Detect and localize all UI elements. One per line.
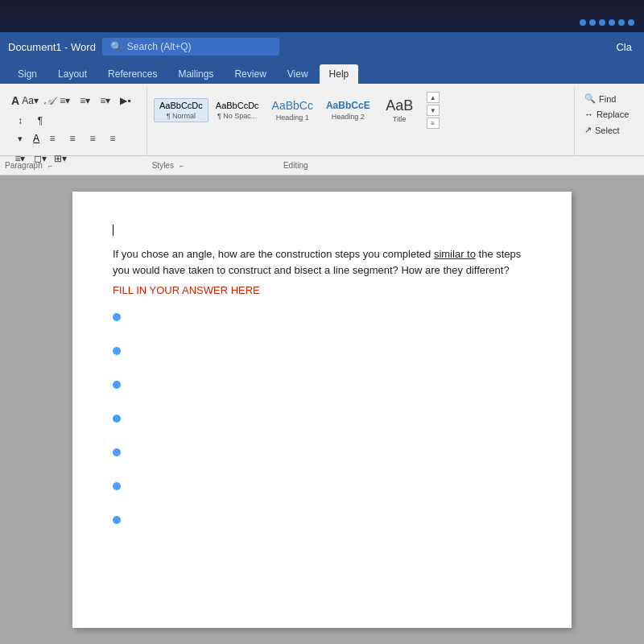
bullet-dot-6 <box>113 482 121 490</box>
font-script: 𝒜 <box>44 94 54 108</box>
bullet-2 <box>113 346 531 357</box>
replace-label: Replace <box>597 109 629 119</box>
ribbon-tabs: Sign Layout References Mailings Review V… <box>0 61 644 84</box>
document-title: Document1 - Word <box>8 41 96 53</box>
text-cursor <box>113 225 114 236</box>
style-normal-label: ¶ Normal <box>167 112 196 120</box>
tab-mailings[interactable]: Mailings <box>168 64 223 84</box>
style-normal-preview: AaBbCcDc <box>159 101 203 111</box>
style-heading2[interactable]: AaBbCcE Heading 2 <box>320 97 376 122</box>
circle-dot <box>609 19 615 26</box>
bullet-dot-4 <box>113 415 121 423</box>
style-nospace-preview: AaBbCcDc <box>216 101 259 111</box>
border-btn[interactable]: ⊞▾ <box>52 150 69 167</box>
tab-help[interactable]: Help <box>320 64 359 84</box>
ribbon: A Aa▾ 𝒜 ≡▾ ≡▾ ≡▾ ▶▪ ↕ ¶ ▾ A ≡ ≡ ≡ ≡ ≡▾ ◻… <box>0 84 644 156</box>
search-input[interactable] <box>127 41 256 52</box>
styles-scroll: ▲ ▼ ≡ <box>427 92 440 129</box>
shading-btn[interactable]: ◻▾ <box>31 150 49 167</box>
style-title-preview: AaB <box>386 97 413 115</box>
question-paragraph: If you chose an angle, how are the const… <box>113 246 531 278</box>
style-h2-label: Heading 2 <box>332 113 365 121</box>
style-title-label: Title <box>393 115 407 123</box>
list-outdent-btn[interactable]: ≡▾ <box>76 92 94 109</box>
bullet-points <box>113 312 531 526</box>
select-label: Select <box>595 126 620 135</box>
style-heading1[interactable]: AaBbCc Heading 1 <box>266 97 319 124</box>
bullet-1 <box>113 312 531 324</box>
circle-dot <box>580 19 586 26</box>
align-left-btn[interactable]: ≡ <box>43 130 61 147</box>
title-bar: Document1 - Word 🔍 Cla <box>0 32 644 61</box>
font-row2: ▾ A ≡ ≡ ≡ ≡ ≡▾ ◻▾ ⊞▾ <box>11 130 140 167</box>
editing-section: 🔍 Find ↔ Replace ↗ Select <box>575 87 639 155</box>
decorative-circles <box>578 0 644 32</box>
top-decorative-bar <box>0 0 644 32</box>
list-bullet-btn[interactable]: ≡▾ <box>97 92 114 109</box>
document-area: If you chose an angle, how are the const… <box>0 175 644 644</box>
replace-button[interactable]: ↔ Replace <box>581 108 632 121</box>
cursor-line <box>113 224 531 237</box>
list-indent-btn[interactable]: ≡▾ <box>56 92 74 109</box>
circle-dot <box>589 19 596 26</box>
find-label: Find <box>599 94 616 104</box>
style-h2-preview: AaBbCcE <box>326 100 370 111</box>
tab-sign[interactable]: Sign <box>8 64 47 84</box>
document-page[interactable]: If you chose an angle, how are the const… <box>72 192 572 628</box>
bullet-3 <box>113 380 531 391</box>
editing-section-label: Editing <box>283 161 308 170</box>
tab-layout[interactable]: Layout <box>48 64 97 84</box>
styles-section: AaBbCcDc ¶ Normal AaBbCcDc ¶ No Spac... … <box>147 87 575 155</box>
search-box[interactable]: 🔍 <box>102 38 279 56</box>
style-h1-label: Heading 1 <box>276 114 309 122</box>
find-button[interactable]: 🔍 Find <box>581 92 619 105</box>
style-no-space[interactable]: AaBbCcDc ¶ No Spac... <box>210 98 265 122</box>
sort-btn[interactable]: ↕ <box>11 112 29 130</box>
align-btn[interactable]: ▶▪ <box>117 92 134 109</box>
style-h1-preview: AaBbCc <box>272 99 313 113</box>
align-right-btn[interactable]: ≡ <box>84 130 101 147</box>
styles-list: AaBbCcDc ¶ Normal AaBbCcDc ¶ No Spac... … <box>154 89 440 129</box>
underline-similar: similar to <box>434 248 476 260</box>
title-bar-right: Cla <box>616 41 636 53</box>
style-title[interactable]: AaB Title <box>378 95 422 126</box>
font-section: A Aa▾ 𝒜 ≡▾ ≡▾ ≡▾ ▶▪ ↕ ¶ ▾ A ≡ ≡ ≡ ≡ ≡▾ ◻… <box>5 87 147 155</box>
justify-btn[interactable]: ≡ <box>104 130 122 147</box>
circle-dot <box>618 19 625 26</box>
search-icon: 🔍 <box>110 41 122 52</box>
font-aa: Aa▾ <box>22 95 39 106</box>
style-normal[interactable]: AaBbCcDc ¶ Normal <box>154 98 208 122</box>
paragraph-mark-btn[interactable]: ¶ <box>31 112 49 130</box>
scroll-down-btn[interactable]: ▼ <box>427 105 440 116</box>
scroll-up-btn[interactable]: ▲ <box>427 92 440 103</box>
replace-icon: ↔ <box>584 109 593 119</box>
editing-label: Editing <box>283 161 308 170</box>
title-bar-left: Document1 - Word 🔍 <box>8 38 616 56</box>
underline-a: A <box>31 133 41 144</box>
font-controls: A Aa▾ 𝒜 ≡▾ ≡▾ ≡▾ ▶▪ ↕ ¶ <box>11 89 140 130</box>
bullet-7 <box>113 515 531 526</box>
line-spacing-btn[interactable]: ≡▾ <box>11 150 29 167</box>
style-nospace-label: ¶ No Spac... <box>217 112 257 120</box>
styles-label: Styles <box>152 161 174 170</box>
align-center-btn[interactable]: ≡ <box>64 130 81 147</box>
bullet-6 <box>113 481 531 493</box>
bullet-4 <box>113 414 531 425</box>
bullet-dot-5 <box>113 448 121 456</box>
bullet-dot-3 <box>113 381 121 389</box>
styles-section-label: Styles ⌐ <box>152 161 187 171</box>
circle-dot <box>599 19 605 26</box>
bullet-dot-1 <box>113 313 121 321</box>
bullet-5 <box>113 448 531 459</box>
bullet-dot-7 <box>113 516 121 524</box>
fill-in-label: FILL IN YOUR ANSWER HERE <box>113 284 531 296</box>
font-color-btn[interactable]: ▾ <box>11 130 29 147</box>
scroll-expand-btn[interactable]: ≡ <box>427 118 440 129</box>
tab-review[interactable]: Review <box>225 64 275 84</box>
tab-references[interactable]: References <box>98 64 167 84</box>
find-icon: 🔍 <box>584 93 596 104</box>
tab-view[interactable]: View <box>278 64 318 84</box>
select-button[interactable]: ↗ Select <box>581 123 623 137</box>
styles-expand-icon[interactable]: ⌐ <box>177 161 187 171</box>
font-name-a: A <box>11 94 19 107</box>
